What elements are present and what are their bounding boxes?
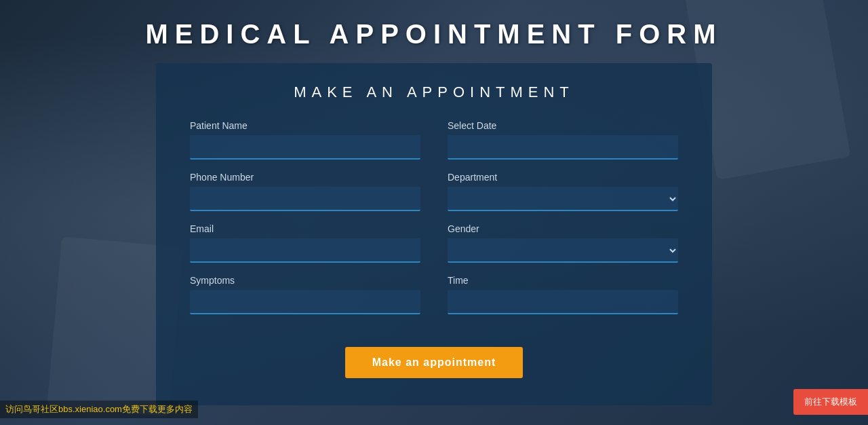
submit-row: Make an appointment — [190, 347, 678, 378]
select-date-label: Select Date — [448, 120, 678, 131]
email-group: Email — [190, 223, 420, 263]
watermark-text: 访问鸟哥社区bbs.xieniao.com免费下载更多内容 — [0, 401, 198, 418]
page-title: MEDICAL APPOINTMENT FORM — [0, 0, 868, 63]
patient-name-group: Patient Name — [190, 120, 420, 160]
email-label: Email — [190, 223, 420, 234]
time-group: Time — [448, 275, 678, 314]
appointment-form: Patient Name Select Date Phone Number De… — [190, 120, 678, 378]
patient-name-input[interactable] — [190, 135, 420, 160]
patient-name-label: Patient Name — [190, 120, 420, 131]
symptoms-label: Symptoms — [190, 275, 420, 286]
select-date-group: Select Date — [448, 120, 678, 160]
time-input[interactable] — [448, 290, 678, 314]
department-group: Department Cardiology Neurology Orthoped… — [448, 172, 678, 211]
download-template-button[interactable]: 前往下载模板 — [793, 389, 868, 415]
select-date-input[interactable] — [448, 135, 678, 160]
symptoms-group: Symptoms — [190, 275, 420, 314]
symptoms-input[interactable] — [190, 290, 420, 314]
phone-number-group: Phone Number — [190, 172, 420, 211]
phone-number-input[interactable] — [190, 187, 420, 211]
time-label: Time — [448, 275, 678, 286]
gender-label: Gender — [448, 223, 678, 234]
phone-number-label: Phone Number — [190, 172, 420, 183]
appointment-form-container: MAKE AN APPOINTMENT Patient Name Select … — [156, 63, 712, 405]
email-input[interactable] — [190, 238, 420, 263]
form-subtitle: MAKE AN APPOINTMENT — [190, 84, 678, 101]
department-select[interactable]: Cardiology Neurology Orthopedics Pediatr… — [448, 187, 678, 211]
gender-select[interactable]: Male Female Other — [448, 238, 678, 263]
form-grid: Patient Name Select Date Phone Number De… — [190, 120, 678, 327]
department-label: Department — [448, 172, 678, 183]
make-appointment-button[interactable]: Make an appointment — [345, 347, 524, 378]
gender-group: Gender Male Female Other — [448, 223, 678, 263]
